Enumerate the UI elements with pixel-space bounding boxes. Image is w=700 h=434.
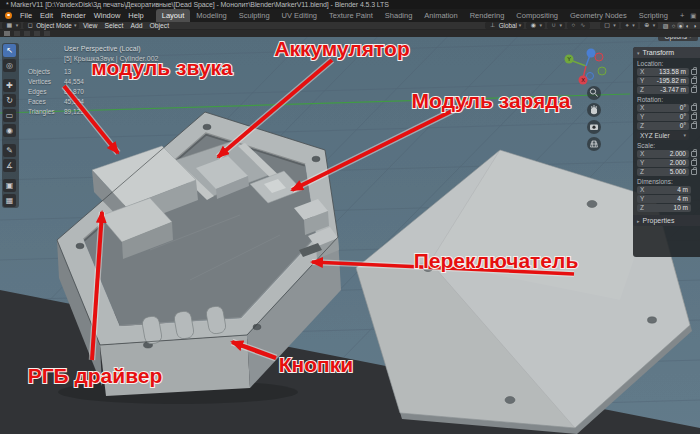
rotation-z-field[interactable]: Z0° xyxy=(637,122,689,130)
transform-orientation-dropdown[interactable]: ⊥ Global ▾ xyxy=(485,22,524,29)
tab-geometry-nodes[interactable]: Geometry Nodes xyxy=(564,9,633,22)
select-mode-new-icon[interactable] xyxy=(3,30,11,37)
viewport-menu-add[interactable]: Add xyxy=(127,22,146,29)
xray-toggle[interactable]: ▨ xyxy=(661,22,670,29)
viewport-menu-select[interactable]: Select xyxy=(101,22,127,29)
select-box-tool[interactable]: ↖ xyxy=(3,44,16,57)
tab-texture-paint[interactable]: Texture Paint xyxy=(323,9,379,22)
cursor-tool[interactable]: ◎ xyxy=(3,59,16,72)
camera-view-button[interactable] xyxy=(587,120,601,134)
gizmo-axis-neg-z[interactable] xyxy=(587,73,594,80)
gizmo-axis-neg-x[interactable] xyxy=(595,53,603,61)
toolbar: ↖ ◎ ✚ ↻ ▭ ◉ ✎ ∡ ▣ ▦ xyxy=(2,43,19,208)
scale-x-field[interactable]: X2.000 xyxy=(637,150,689,158)
transform-sidebar: ▾ Transform Location: X133.58 m Y-195.82… xyxy=(633,47,700,257)
show-gizmos-dropdown[interactable]: ⌖ ▾ xyxy=(621,22,638,29)
lock-icon[interactable] xyxy=(691,114,697,120)
tool-settings-bar xyxy=(0,30,700,37)
lock-icon[interactable] xyxy=(691,123,697,129)
topbar: File Edit Render Window Help Layout Mode… xyxy=(0,9,700,22)
gizmo-axis-z[interactable] xyxy=(587,49,596,58)
menu-file[interactable]: File xyxy=(16,11,36,20)
tab-compositing[interactable]: Compositing xyxy=(510,9,564,22)
toggle-perspective-button[interactable] xyxy=(587,137,601,151)
dimensions-z-field[interactable]: Z10 m xyxy=(637,204,691,212)
lock-icon[interactable] xyxy=(691,69,697,75)
location-y-field[interactable]: Y-195.82 m xyxy=(637,77,689,85)
rotation-mode-dropdown[interactable]: XYZ Euler ▾ xyxy=(637,131,689,140)
dimensions-y-field[interactable]: Y4 m xyxy=(637,195,691,203)
dimensions-x-field[interactable]: X4 m xyxy=(637,186,691,194)
pivot-point-dropdown[interactable]: ◉ ▾ xyxy=(526,22,545,29)
window-title: * MarkerV11 [D:\YandexDisk\3д печать\Дек… xyxy=(6,1,389,8)
mode-dropdown[interactable]: ◻ Object Mode ▾ xyxy=(23,22,79,29)
select-mode-subtract-icon[interactable] xyxy=(23,30,31,37)
tab-modeling[interactable]: Modeling xyxy=(190,9,232,22)
measure-tool[interactable]: ∡ xyxy=(3,159,16,172)
pan-button[interactable] xyxy=(587,103,601,117)
menu-edit[interactable]: Edit xyxy=(36,11,57,20)
tab-sculpting[interactable]: Sculpting xyxy=(233,9,276,22)
viewport-menu-object[interactable]: Object xyxy=(146,22,173,29)
scene-icon[interactable]: ▣ xyxy=(690,12,696,20)
move-tool[interactable]: ✚ xyxy=(3,79,16,92)
lock-icon[interactable] xyxy=(691,151,697,157)
interactive-add-tool[interactable]: ▦ xyxy=(3,194,16,207)
transform-panel-header[interactable]: ▾ Transform xyxy=(633,47,700,58)
shading-material-button[interactable]: ◐ xyxy=(684,22,691,29)
zoom-button[interactable] xyxy=(587,86,601,100)
add-cube-tool[interactable]: ▣ xyxy=(3,179,16,192)
lock-icon[interactable] xyxy=(691,160,697,166)
tab-scripting[interactable]: Scripting xyxy=(633,9,674,22)
scale-tool[interactable]: ▭ xyxy=(3,109,16,122)
lock-icon[interactable] xyxy=(691,78,697,84)
select-mode-invert-icon[interactable] xyxy=(33,30,41,37)
shading-solid-button[interactable]: ● xyxy=(677,22,684,29)
properties-panel-header[interactable]: ▸ Properties xyxy=(633,215,700,226)
location-label: Location: xyxy=(637,59,697,68)
editor-type-dropdown[interactable]: ▦ ▾ xyxy=(2,22,21,29)
gizmo-axis-neg-y[interactable] xyxy=(598,67,606,75)
lock-icon[interactable] xyxy=(691,169,697,175)
rotate-tool[interactable]: ↻ xyxy=(3,94,16,107)
blender-logo-icon[interactable] xyxy=(5,12,12,19)
tab-shading[interactable]: Shading xyxy=(379,9,419,22)
show-overlays-dropdown[interactable]: ⊕ ▾ xyxy=(640,22,659,29)
scale-y-field[interactable]: Y2.000 xyxy=(637,159,689,167)
tab-uv-editing[interactable]: UV Editing xyxy=(276,9,323,22)
window-titlebar: * MarkerV11 [D:\YandexDisk\3д печать\Дек… xyxy=(0,0,700,9)
location-z-field[interactable]: Z-3.747 m xyxy=(637,86,689,94)
scale-z-field[interactable]: Z5.000 xyxy=(637,168,689,176)
menu-window[interactable]: Window xyxy=(90,11,125,20)
tab-add-workspace[interactable]: + xyxy=(674,9,690,22)
dimensions-label: Dimensions: xyxy=(637,177,697,186)
snap-controls[interactable]: ∪ ▾ xyxy=(547,22,565,29)
viewport-menu-view[interactable]: View xyxy=(79,22,101,29)
tab-layout[interactable]: Layout xyxy=(156,9,191,22)
location-x-field[interactable]: X133.58 m xyxy=(637,68,689,76)
shading-rendered-button[interactable]: ◑ xyxy=(691,22,698,29)
viewport-3d[interactable]: Y X xyxy=(0,0,700,434)
object-visibility-dropdown[interactable]: ▢ ▾ xyxy=(600,22,619,29)
tab-animation[interactable]: Animation xyxy=(418,9,463,22)
select-mode-extend-icon[interactable] xyxy=(13,30,21,37)
menu-render[interactable]: Render xyxy=(57,11,90,20)
lock-icon[interactable] xyxy=(691,87,697,93)
statistics-overlay: Objects13 Vertices44,554 Edges89,870 Fac… xyxy=(28,67,84,117)
transform-tool[interactable]: ◉ xyxy=(3,124,16,137)
gizmo-y-label: Y xyxy=(567,56,571,62)
falloff-curve-icon: ∿ xyxy=(579,22,587,29)
menu-help[interactable]: Help xyxy=(124,11,147,20)
select-mode-intersect-icon[interactable] xyxy=(43,30,51,37)
annotate-tool[interactable]: ✎ xyxy=(3,144,16,157)
rotation-y-field[interactable]: Y0° xyxy=(637,113,689,121)
stat-edges: Edges89,870 xyxy=(28,87,84,97)
tab-rendering[interactable]: Rendering xyxy=(464,9,511,22)
lock-icon[interactable] xyxy=(691,105,697,111)
active-object-breadcrumb: [5] КрышкаЗвук | Cylinder.002 xyxy=(64,55,158,62)
rotation-label: Rotation: xyxy=(637,95,697,104)
proportional-edit-controls[interactable]: ○ ∿ xyxy=(567,22,590,29)
expand-icon: ▸ xyxy=(637,218,640,224)
rotation-x-field[interactable]: X0° xyxy=(637,104,689,112)
shading-wireframe-button[interactable]: ○ xyxy=(670,22,677,29)
